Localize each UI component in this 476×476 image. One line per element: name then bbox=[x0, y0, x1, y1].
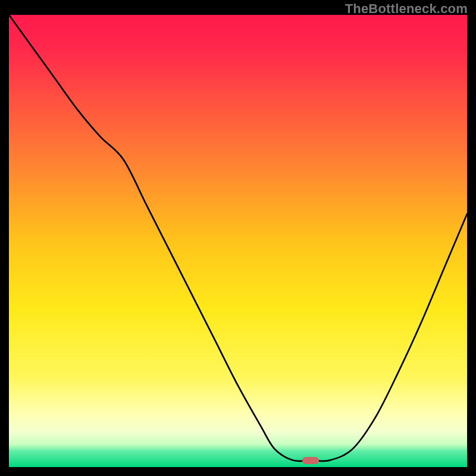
bottleneck-curve bbox=[9, 15, 467, 467]
plot-area bbox=[9, 15, 467, 467]
optimal-marker bbox=[302, 457, 319, 464]
chart-frame: TheBottleneck.com bbox=[0, 0, 476, 476]
